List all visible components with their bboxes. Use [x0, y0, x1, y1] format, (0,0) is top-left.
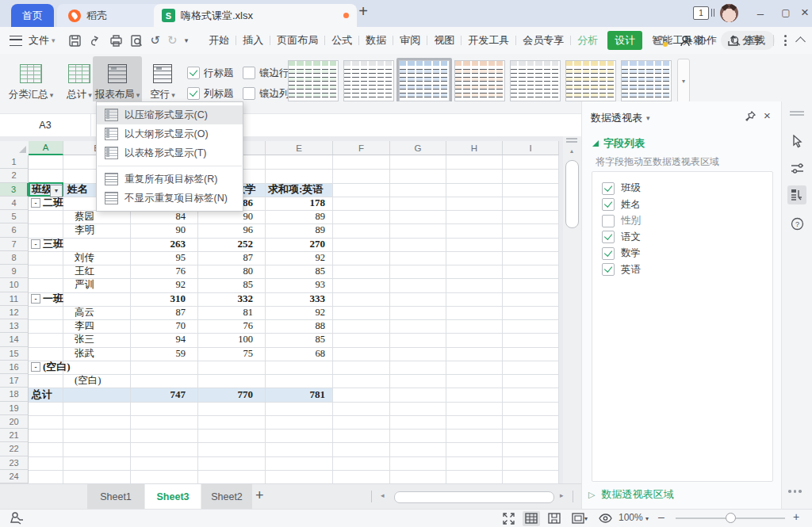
cell-B6[interactable]: 李明 [63, 223, 131, 237]
cell-E3[interactable]: 求和项:英语 [266, 183, 333, 197]
style-thumb-plain[interactable] [508, 58, 563, 104]
row-header-1[interactable]: 1 [0, 155, 29, 169]
cell-B5[interactable]: 蔡园 [63, 210, 131, 223]
menu-item-repeat-labels[interactable]: 重复所有项目标签(R) [97, 170, 243, 189]
field-item-gender[interactable]: 性别 [602, 214, 641, 227]
menu-tab-start[interactable]: 开始 [202, 33, 236, 48]
cell-D14[interactable]: 100 [198, 333, 266, 346]
field-item-name[interactable]: 姓名 [602, 198, 641, 212]
normal-view-icon[interactable] [523, 511, 540, 526]
row-header-18[interactable]: 18 [0, 388, 29, 401]
row-header-24[interactable]: 24 [0, 470, 29, 483]
row-header-21[interactable]: 21 [0, 429, 29, 442]
more-tools-icon[interactable] [788, 490, 802, 493]
row-header-17[interactable]: 17 [0, 374, 29, 388]
collapse-icon[interactable]: - [31, 198, 40, 208]
cell-C6[interactable]: 90 [131, 223, 198, 237]
field-item-math[interactable]: 数学 [602, 246, 641, 260]
menu-tab-formulas[interactable]: 公式 [325, 33, 358, 48]
pivot-filter-button[interactable]: ▼ [50, 185, 63, 197]
pivot-areas-header[interactable]: ▷ 数据透视表区域 [588, 487, 673, 502]
cell-E14[interactable]: 85 [266, 333, 333, 346]
row-header-15[interactable]: 15 [0, 347, 29, 361]
sheet-tab-sheet3[interactable]: Sheet3 [145, 484, 201, 509]
panel-title[interactable]: 数据透视表 ▾ [591, 111, 650, 125]
row-header-10[interactable]: 10 [0, 278, 29, 292]
file-menu[interactable]: 文件 [29, 33, 49, 48]
page-break-view-icon[interactable] [546, 511, 563, 526]
menu-item-outline[interactable]: 以大纲形式显示(O) [97, 124, 243, 143]
cell-A16[interactable]: -(空白) [29, 361, 63, 374]
row-header-7[interactable]: 7 [0, 238, 29, 251]
row-header-22[interactable]: 22 [0, 442, 29, 456]
print-icon[interactable] [109, 34, 123, 48]
cell-D9[interactable]: 80 [198, 265, 266, 278]
cell-A7[interactable]: -三班 [29, 238, 63, 251]
cell-C14[interactable]: 94 [131, 333, 198, 346]
cell-A4[interactable]: -二班 [29, 197, 63, 210]
menu-tab-insert[interactable]: 插入 [236, 33, 270, 48]
menu-tab-dev-tools[interactable]: 开发工具 [462, 33, 515, 48]
cell-D12[interactable]: 81 [198, 306, 266, 319]
gallery-scrollbar[interactable]: ▾ [677, 59, 690, 103]
help-icon[interactable]: ? [787, 214, 806, 233]
tab-document[interactable]: S 嗨格式课堂.xlsx [154, 4, 357, 27]
menu-tab-view[interactable]: 视图 [427, 33, 461, 48]
cell-C18[interactable]: 747 [131, 388, 198, 401]
row-header-14[interactable]: 14 [0, 333, 29, 346]
cell-E5[interactable]: 89 [266, 210, 333, 223]
column-header-I[interactable]: I [503, 141, 559, 155]
pin-panel-icon[interactable] [745, 110, 756, 125]
cell-C11[interactable]: 310 [131, 292, 198, 306]
column-header-F[interactable]: F [333, 141, 390, 155]
row-header-6[interactable]: 6 [0, 223, 29, 237]
cell-C7[interactable]: 263 [131, 238, 198, 251]
style-thumb-green[interactable] [285, 58, 341, 104]
cell-B13[interactable]: 李四 [63, 319, 131, 333]
row-header-8[interactable]: 8 [0, 251, 29, 265]
cell-E11[interactable]: 333 [266, 292, 333, 306]
hamburger-icon[interactable] [10, 36, 22, 46]
style-thumb-yellow[interactable] [563, 58, 619, 104]
scroll-left-icon[interactable]: ◂ [381, 491, 385, 499]
menu-tab-data[interactable]: 数据 [359, 33, 393, 48]
cell-E9[interactable]: 85 [266, 265, 333, 278]
row-header-20[interactable]: 20 [0, 415, 29, 429]
select-tool-icon[interactable] [787, 132, 806, 151]
cell-E8[interactable]: 92 [266, 251, 333, 265]
column-header-H[interactable]: H [446, 141, 503, 155]
field-list-header[interactable]: 字段列表 [592, 136, 645, 151]
cell-C5[interactable]: 84 [131, 210, 198, 223]
row-header-3[interactable]: 3 [0, 183, 29, 197]
properties-tool-icon[interactable] [787, 158, 806, 178]
close-button[interactable]: × [793, 0, 812, 25]
cell-D10[interactable]: 85 [198, 278, 266, 292]
minimize-button[interactable]: – [749, 0, 772, 25]
cell-B10[interactable]: 严训 [63, 278, 131, 292]
cell-D13[interactable]: 76 [198, 319, 266, 333]
cell-C10[interactable]: 92 [131, 278, 198, 292]
cell-D15[interactable]: 75 [198, 347, 266, 361]
cloud-sync-icon[interactable] [653, 34, 670, 47]
vertical-scroll-thumb[interactable] [565, 160, 579, 228]
menu-item-compact[interactable]: 以压缩形式显示(C) [97, 105, 243, 124]
cell-B8[interactable]: 刘传 [63, 251, 131, 265]
collapse-ribbon-icon[interactable] [795, 36, 806, 47]
cell-E4[interactable]: 178 [266, 197, 333, 210]
window-count-badge[interactable]: 1 [693, 6, 709, 20]
close-panel-icon[interactable]: × [764, 109, 771, 122]
cell-E12[interactable]: 92 [266, 306, 333, 319]
column-header-E[interactable]: E [266, 141, 333, 155]
menu-tab-analysis[interactable]: 分析 [571, 33, 604, 48]
scroll-right-icon[interactable]: ▸ [560, 491, 564, 499]
cell-B14[interactable]: 张三 [63, 333, 131, 346]
sheet-tab-sheet2[interactable]: Sheet2 [201, 484, 252, 509]
row-header-2[interactable]: 2 [0, 169, 29, 182]
more-options-icon[interactable] [784, 35, 787, 46]
cell-E7[interactable]: 270 [266, 238, 333, 251]
fullscreen-view-icon[interactable] [500, 511, 517, 526]
scroll-up-icon[interactable]: ▴ [563, 147, 580, 155]
vertical-scrollbar[interactable]: ▴ [563, 136, 581, 483]
row-header-9[interactable]: 9 [0, 265, 29, 278]
select-all-corner[interactable] [0, 141, 29, 156]
